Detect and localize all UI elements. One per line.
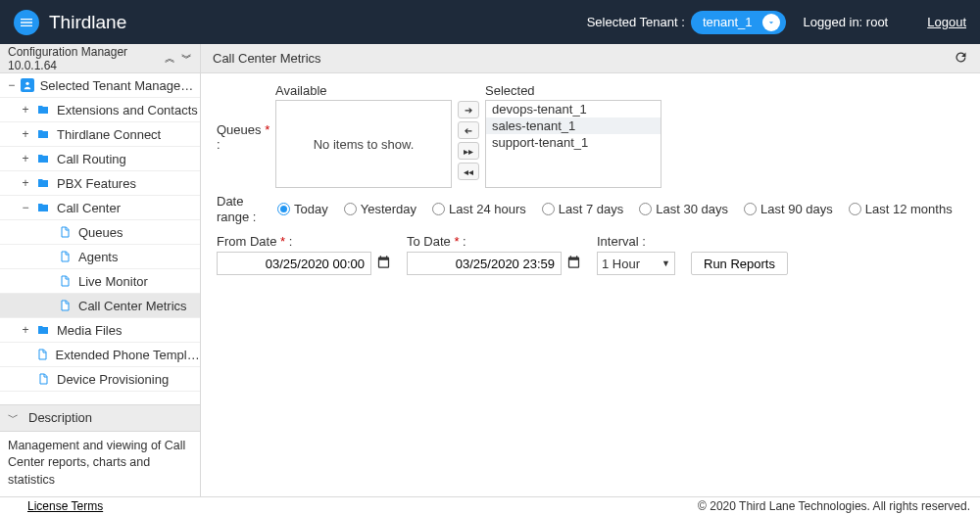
move-right-button[interactable]: ➔ [458, 101, 479, 118]
range-radio-today[interactable]: Today [277, 202, 328, 216]
nav-item-label: Extended Phone Templat... [56, 348, 201, 362]
selected-header: Selected [485, 83, 662, 98]
collapse-up-icon[interactable]: ︽ [165, 53, 175, 64]
nav-tree: −Selected Tenant Management+Extensions a… [0, 73, 200, 404]
nav-item-live-monitor[interactable]: Live Monitor [0, 269, 200, 294]
nav-item-label: Thirdlane Connect [57, 127, 161, 142]
nav-item-call-routing[interactable]: +Call Routing [0, 147, 200, 171]
caret-down-icon: ▼ [662, 258, 670, 268]
description-title: Description [28, 410, 92, 425]
folder-icon [35, 152, 51, 165]
selected-queue-option[interactable]: support-tenant_1 [486, 134, 661, 151]
expand-toggle[interactable]: − [6, 78, 17, 92]
radio-dot-icon [344, 203, 357, 215]
selected-queue-option[interactable]: sales-tenant_1 [486, 117, 661, 134]
nav-item-label: PBX Features [57, 176, 136, 191]
run-reports-button[interactable]: Run Reports [691, 252, 788, 275]
expand-toggle[interactable]: + [20, 152, 31, 165]
nav-item-media-files[interactable]: +Media Files [0, 318, 200, 343]
interval-select[interactable]: 1 Hour ▼ [597, 252, 675, 275]
range-radio-last-30-days[interactable]: Last 30 days [639, 202, 728, 216]
nav-item-selected-tenant-management[interactable]: −Selected Tenant Management [0, 73, 200, 98]
nav-item-call-center[interactable]: −Call Center [0, 196, 200, 220]
nav-item-agents[interactable]: Agents [0, 245, 200, 269]
nav-item-extended-phone-templat[interactable]: Extended Phone Templat... [0, 343, 200, 367]
main-header: Call Center Metrics [201, 44, 980, 73]
doc-icon [34, 348, 49, 361]
user-icon [21, 78, 33, 92]
description-header[interactable]: ﹀ Description [0, 404, 200, 432]
radio-dot-icon [744, 203, 757, 215]
radio-dot-icon [849, 203, 861, 215]
nav-item-label: Live Monitor [78, 274, 148, 289]
range-radio-last-12-months[interactable]: Last 12 months [849, 202, 953, 216]
chevron-down-icon [762, 14, 780, 31]
nav-item-extensions-and-contacts[interactable]: +Extensions and Contacts [0, 98, 200, 122]
doc-icon [35, 372, 51, 386]
nav-item-label: Selected Tenant Management [40, 78, 200, 93]
radio-label: Last 30 days [656, 202, 728, 216]
doc-icon [57, 299, 73, 312]
available-listbox[interactable]: No items to show. [275, 100, 452, 188]
logged-in-user: Logged in: root [804, 15, 889, 29]
move-left-button[interactable]: ➔ [458, 121, 479, 139]
logout-link[interactable]: Logout [927, 15, 966, 29]
copyright-text: © 2020 Third Lane Technologies. All righ… [698, 499, 970, 513]
radio-label: Last 7 days [559, 202, 624, 216]
move-all-right-button[interactable]: ▸▸ [458, 142, 479, 160]
radio-label: Last 12 months [865, 202, 953, 216]
to-date-input[interactable] [407, 252, 562, 275]
svg-point-0 [25, 82, 28, 85]
nav-item-queues[interactable]: Queues [0, 220, 200, 245]
expand-toggle[interactable]: + [20, 323, 31, 337]
sidebar-title: Configuration Manager 10.0.1.64 [8, 45, 165, 72]
nav-item-call-center-metrics[interactable]: Call Center Metrics [0, 294, 200, 318]
selected-listbox[interactable]: devops-tenant_1sales-tenant_1support-ten… [485, 100, 662, 188]
calendar-icon[interactable] [566, 255, 581, 272]
expand-down-icon[interactable]: ︾ [181, 53, 192, 64]
selected-queue-option[interactable]: devops-tenant_1 [486, 101, 661, 117]
range-radio-yesterday[interactable]: Yesterday [344, 202, 416, 216]
sidebar-header: Configuration Manager 10.0.1.64 ︽ ︾ [0, 44, 200, 73]
radio-label: Last 90 days [760, 202, 833, 216]
available-empty-text: No items to show. [276, 101, 451, 187]
license-terms-link[interactable]: License Terms [27, 499, 103, 513]
range-radio-last-90-days[interactable]: Last 90 days [744, 202, 833, 216]
range-radio-last-24-hours[interactable]: Last 24 hours [432, 202, 526, 216]
refresh-icon[interactable] [954, 50, 968, 68]
expand-toggle[interactable]: − [20, 201, 31, 214]
description-body: Management and viewing of Call Center re… [0, 432, 200, 497]
brand-logo-icon [14, 10, 39, 35]
to-date-label: To Date * : [407, 234, 581, 249]
doc-icon [57, 225, 73, 239]
sidebar: Configuration Manager 10.0.1.64 ︽ ︾ −Sel… [0, 44, 201, 496]
from-date-label: From Date * : [217, 234, 391, 249]
folder-icon [35, 176, 51, 190]
expand-toggle[interactable]: + [20, 127, 31, 141]
nav-item-thirdlane-connect[interactable]: +Thirdlane Connect [0, 122, 200, 147]
selected-tenant-label: Selected Tenant : [587, 15, 685, 29]
folder-icon [35, 201, 51, 214]
range-radio-last-7-days[interactable]: Last 7 days [542, 202, 624, 216]
nav-item-label: Extensions and Contacts [57, 103, 198, 117]
from-date-input[interactable] [217, 252, 371, 275]
calendar-icon[interactable] [376, 255, 391, 272]
tenant-selector[interactable]: tenant_1 [691, 11, 786, 34]
move-all-left-button[interactable]: ◂◂ [458, 163, 479, 180]
available-header: Available [275, 83, 452, 98]
expand-toggle[interactable]: + [20, 103, 31, 117]
expand-toggle[interactable]: + [20, 176, 31, 190]
radio-label: Today [294, 202, 328, 216]
tenant-name: tenant_1 [703, 15, 753, 29]
nav-item-label: Media Files [57, 323, 122, 338]
date-range-label: Date range : [217, 194, 264, 224]
doc-icon [57, 274, 73, 288]
nav-item-device-provisioning[interactable]: Device Provisioning [0, 367, 200, 392]
interval-label: Interval : [597, 234, 675, 249]
chevron-down-icon: ﹀ [8, 410, 19, 425]
nav-item-pbx-features[interactable]: +PBX Features [0, 171, 200, 196]
radio-dot-icon [277, 203, 290, 215]
folder-icon [35, 127, 51, 141]
nav-item-label: Queues [78, 225, 123, 240]
footer: License Terms © 2020 Third Lane Technolo… [0, 496, 980, 515]
